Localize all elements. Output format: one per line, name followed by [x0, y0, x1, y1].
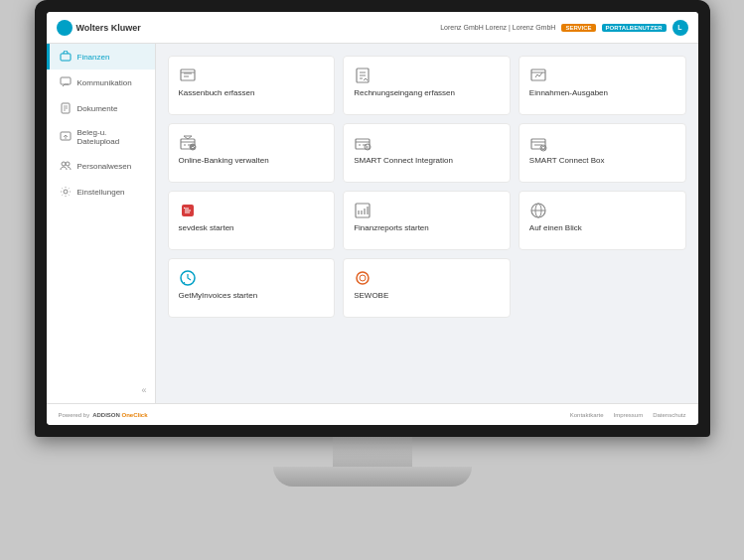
- svg-point-11: [190, 144, 196, 150]
- svg-point-22: [357, 272, 369, 284]
- wolters-kluwer-logo-icon: [57, 20, 73, 36]
- tile-finanzreports[interactable]: Finanzreports starten: [343, 191, 511, 250]
- tile-rechnungseingang[interactable]: Rechnungseingang erfassen: [343, 56, 511, 115]
- monitor-bezel: Wolters Kluwer Lorenz GmbH Lorenz | Lore…: [35, 0, 710, 437]
- banking-icon: [179, 134, 197, 152]
- getmyinvoices-icon: [179, 269, 197, 287]
- powered-by-text: Powered by: [59, 412, 90, 418]
- tile-einnahmen[interactable]: Einnahmen-Ausgaben: [519, 56, 686, 115]
- svg-point-6: [64, 190, 68, 194]
- sidebar-bottom: «: [47, 377, 155, 403]
- main-content: Kassenbuch erfassen Rechn: [156, 44, 698, 403]
- tile-sevdesk-label: sevdesk starten: [179, 223, 325, 233]
- tile-kassenbuch-label: Kassenbuch erfassen: [179, 88, 325, 98]
- tile-sewobe[interactable]: SEWOBE: [343, 258, 511, 318]
- monitor-stand-neck: [333, 437, 412, 467]
- app-footer: Powered by ADDISON OneClick Kontaktkarte…: [47, 403, 698, 425]
- footer-link-datenschutz[interactable]: Datenschutz: [653, 412, 685, 418]
- svg-rect-1: [61, 77, 71, 84]
- settings-icon: [60, 186, 72, 198]
- svg-rect-0: [61, 54, 71, 61]
- user-avatar[interactable]: L: [672, 20, 688, 36]
- tile-getmyinvoices-label: GetMyInvoices starten: [179, 291, 325, 301]
- svg-rect-7: [181, 70, 195, 80]
- tile-auf-einen-blick-label: Auf einen Blick: [529, 223, 675, 233]
- tile-auf-einen-blick[interactable]: Auf einen Blick: [519, 191, 686, 250]
- tile-einnahmen-label: Einnahmen-Ausgaben: [529, 88, 675, 98]
- sevdesk-icon: [179, 202, 197, 219]
- monitor-screen: Wolters Kluwer Lorenz GmbH Lorenz | Lore…: [47, 12, 698, 425]
- logo-text: Wolters Kluwer: [76, 23, 141, 33]
- sidebar-item-finanzen[interactable]: Finanzen: [47, 44, 155, 70]
- sidebar-item-beleg-upload[interactable]: Beleg-u. Dateiupload: [47, 121, 155, 153]
- document-icon: [60, 102, 72, 114]
- sidebar-label-beleg-upload: Beleg-u. Dateiupload: [77, 128, 145, 146]
- sidebar-item-personalwesen[interactable]: Personalwesen: [47, 153, 155, 179]
- einnahmen-icon: [529, 67, 547, 84]
- sidebar-item-kommunikation[interactable]: Kommunikation: [47, 70, 155, 95]
- tile-smart-connect-label: SMART Connect Integration: [354, 156, 500, 166]
- svg-point-5: [66, 162, 70, 166]
- rechnungseingang-icon: [354, 67, 372, 84]
- sidebar-label-dokumente: Dokumente: [77, 104, 118, 113]
- sidebar-item-dokumente[interactable]: Dokumente: [47, 95, 155, 121]
- chat-icon: [60, 76, 72, 88]
- addison-logo: ADDISON OneClick: [92, 412, 147, 418]
- footer-links: Kontaktkarte Impressum Datenschutz: [570, 412, 686, 418]
- sidebar-collapse-button[interactable]: «: [141, 385, 146, 395]
- monitor-stand-base: [273, 467, 472, 487]
- sidebar-label-kommunikation: Kommunikation: [77, 78, 132, 87]
- svg-rect-14: [531, 139, 545, 149]
- tiles-grid: Kassenbuch erfassen Rechn: [168, 56, 686, 318]
- smart-connect-icon: [354, 134, 372, 152]
- sidebar-label-einstellungen: Einstellungen: [77, 188, 125, 197]
- tile-sevdesk[interactable]: sevdesk starten: [168, 191, 336, 250]
- sidebar: Finanzen Kommunikation: [47, 44, 156, 403]
- user-info-text: Lorenz GmbH Lorenz | Lorenz GmbH: [440, 24, 555, 31]
- app-header: Wolters Kluwer Lorenz GmbH Lorenz | Lore…: [47, 12, 698, 44]
- tile-smart-connect-box[interactable]: SMART Connect Box: [519, 123, 686, 183]
- service-badge[interactable]: SERVICE: [561, 24, 595, 32]
- tile-online-banking-label: Online-Banking verwalten: [179, 156, 325, 166]
- kassenbuch-icon: [179, 67, 197, 84]
- tile-kassenbuch[interactable]: Kassenbuch erfassen: [168, 56, 336, 115]
- tile-smart-connect-box-label: SMART Connect Box: [529, 156, 675, 166]
- tile-getmyinvoices[interactable]: GetMyInvoices starten: [168, 258, 336, 318]
- footer-link-kontaktkarte[interactable]: Kontaktkarte: [570, 412, 604, 418]
- upload-icon: [60, 131, 72, 143]
- header-logo: Wolters Kluwer: [57, 20, 141, 36]
- finance-icon: [60, 51, 72, 63]
- footer-link-impressum[interactable]: Impressum: [613, 412, 643, 418]
- overview-icon: [529, 202, 547, 219]
- reports-icon: [354, 202, 372, 219]
- portal-badge[interactable]: PORTALBENUTZER: [602, 24, 667, 32]
- tile-sewobe-label: SEWOBE: [354, 291, 500, 301]
- tile-smart-connect[interactable]: SMART Connect Integration: [343, 123, 511, 183]
- app-body: Finanzen Kommunikation: [47, 44, 698, 403]
- sewobe-icon: [354, 269, 372, 287]
- sidebar-label-personalwesen: Personalwesen: [77, 162, 132, 171]
- monitor-wrapper: Wolters Kluwer Lorenz GmbH Lorenz | Lore…: [0, 0, 744, 560]
- people-icon: [60, 160, 72, 172]
- smart-box-icon: [529, 134, 547, 152]
- svg-point-23: [360, 275, 366, 281]
- sidebar-item-einstellungen[interactable]: Einstellungen: [47, 179, 155, 205]
- svg-point-4: [62, 162, 66, 166]
- sidebar-label-finanzen: Finanzen: [77, 53, 110, 62]
- header-right: Lorenz GmbH Lorenz | Lorenz GmbH SERVICE…: [440, 20, 687, 36]
- tile-finanzreports-label: Finanzreports starten: [354, 223, 500, 233]
- footer-powered-by: Powered by ADDISON OneClick: [59, 412, 148, 418]
- tile-rechnungseingang-label: Rechnungseingang erfassen: [354, 88, 500, 98]
- tile-online-banking[interactable]: Online-Banking verwalten: [168, 123, 336, 183]
